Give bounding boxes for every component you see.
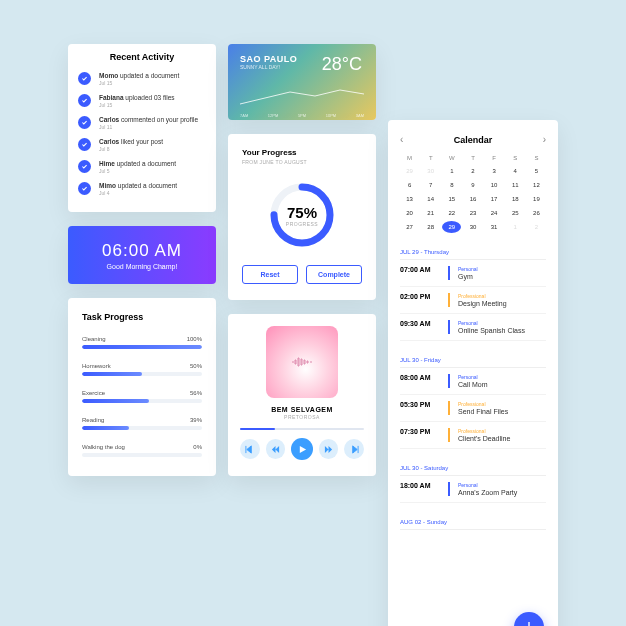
next-track-button[interactable] [344,439,364,459]
album-art [266,326,338,398]
calendar-day[interactable]: 20 [400,207,419,219]
calendar-day[interactable]: 29 [442,221,461,233]
calendar-event[interactable]: 18:00 AMPersonalAnna's Zoom Party [400,476,546,503]
calendar-day[interactable]: 3 [485,165,504,177]
calendar-day[interactable]: 13 [400,193,419,205]
task-percent: 39% [190,417,202,423]
task-bar [82,399,202,403]
calendar-day[interactable]: 26 [527,207,546,219]
calendar-day[interactable]: 14 [421,193,440,205]
add-event-button[interactable]: + [514,612,544,626]
activity-item[interactable]: Mimo updated a documentJul 4 [78,178,206,200]
task-item: Walking the dog0% [82,444,202,457]
calendar-day[interactable]: 25 [506,207,525,219]
calendar-event[interactable]: 05:30 PMProfessionalSend Final Files [400,395,546,422]
calendar-event[interactable]: 02:00 PMProfessionalDesign Meeting [400,287,546,314]
activity-item[interactable]: Fabiana uploaded 03 filesJul 15 [78,90,206,112]
event-category: Personal [458,266,546,272]
event-category: Personal [458,482,546,488]
check-icon [78,160,91,173]
calendar-day[interactable]: 2 [527,221,546,233]
activity-text: Carlos commented on your profileJul 11 [99,116,206,130]
calendar-weekdays: MTWTFSS [400,155,546,161]
progress-card: Your Progress FROM JUNE TO AUGUST 75%PRO… [228,134,376,300]
next-month-button[interactable]: › [543,134,546,145]
calendar-title: Calendar [454,135,493,145]
task-name: Cleaning [82,336,106,342]
seek-bar[interactable] [240,428,364,430]
calendar-section-header: JUL 30 - Saturday [400,465,546,476]
calendar-day[interactable]: 4 [506,165,525,177]
check-icon [78,94,91,107]
calendar-event[interactable]: 07:30 PMProfessionalClient's Deadline [400,422,546,449]
activity-item[interactable]: Carlos commented on your profileJul 11 [78,112,206,134]
calendar-day[interactable]: 31 [485,221,504,233]
calendar-day[interactable]: 12 [527,179,546,191]
calendar-day[interactable]: 23 [463,207,482,219]
prev-month-button[interactable]: ‹ [400,134,403,145]
event-name: Send Final Files [458,408,546,415]
next-icon [350,445,359,454]
calendar-day[interactable]: 10 [485,179,504,191]
task-name: Exercice [82,390,105,396]
calendar-day[interactable]: 24 [485,207,504,219]
activity-item[interactable]: Carlos liked your postJul 8 [78,134,206,156]
progress-donut: 75%PROGRESS [266,179,338,251]
calendar-section-header: AUG 02 - Sunday [400,519,546,530]
greeting-message: Good Morning Champ! [107,263,178,270]
calendar-day[interactable]: 11 [506,179,525,191]
complete-button[interactable]: Complete [306,265,362,284]
task-item: Exercice56% [82,390,202,403]
calendar-day[interactable]: 2 [463,165,482,177]
calendar-day[interactable]: 21 [421,207,440,219]
calendar-section-header: JUL 29 - Thursday [400,249,546,260]
check-icon [78,116,91,129]
reset-button[interactable]: Reset [242,265,298,284]
calendar-day[interactable]: 30 [463,221,482,233]
event-category: Personal [458,374,546,380]
waveform-icon [290,357,314,367]
calendar-day[interactable]: 5 [527,165,546,177]
calendar-day[interactable]: 1 [506,221,525,233]
event-time: 07:00 AM [400,266,440,280]
calendar-event[interactable]: 08:00 AMPersonalCall Mom [400,368,546,395]
calendar-day[interactable]: 6 [400,179,419,191]
calendar-day[interactable]: 28 [421,221,440,233]
calendar-day[interactable]: 19 [527,193,546,205]
activity-text: Carlos liked your postJul 8 [99,138,206,152]
calendar-day[interactable]: 16 [463,193,482,205]
task-name: Reading [82,417,104,423]
calendar-day[interactable]: 29 [400,165,419,177]
calendar-day[interactable]: 30 [421,165,440,177]
calendar-day[interactable]: 15 [442,193,461,205]
task-item: Reading39% [82,417,202,430]
calendar-day[interactable]: 27 [400,221,419,233]
prev-track-button[interactable] [240,439,260,459]
prev-icon [245,445,254,454]
calendar-event[interactable]: 07:00 AMPersonalGym [400,260,546,287]
progress-subtitle: FROM JUNE TO AUGUST [242,159,362,165]
calendar-day[interactable]: 1 [442,165,461,177]
activity-item[interactable]: Momo updated a documentJul 15 [78,68,206,90]
task-bar [82,426,202,430]
calendar-day[interactable]: 22 [442,207,461,219]
play-icon [298,445,307,454]
calendar-day[interactable]: 8 [442,179,461,191]
rewind-button[interactable] [266,439,286,459]
forward-button[interactable] [319,439,339,459]
task-bar [82,372,202,376]
calendar-day[interactable]: 7 [421,179,440,191]
calendar-event[interactable]: 09:30 AMPersonalOnline Spanish Class [400,314,546,341]
activity-list: Momo updated a documentJul 15Fabiana upl… [68,68,216,212]
task-name: Walking the dog [82,444,125,450]
event-time: 05:30 PM [400,401,440,415]
music-player-card: BEM SELVAGEM PRETOROSA [228,314,376,476]
activity-item[interactable]: Hime updated a documentJul 5 [78,156,206,178]
calendar-day[interactable]: 9 [463,179,482,191]
play-button[interactable] [291,438,313,460]
calendar-day[interactable]: 17 [485,193,504,205]
greeting-card: 06:00 AM Good Morning Champ! [68,226,216,284]
calendar-day[interactable]: 18 [506,193,525,205]
recent-activity-card: Recent Activity Momo updated a documentJ… [68,44,216,212]
event-time: 18:00 AM [400,482,440,496]
